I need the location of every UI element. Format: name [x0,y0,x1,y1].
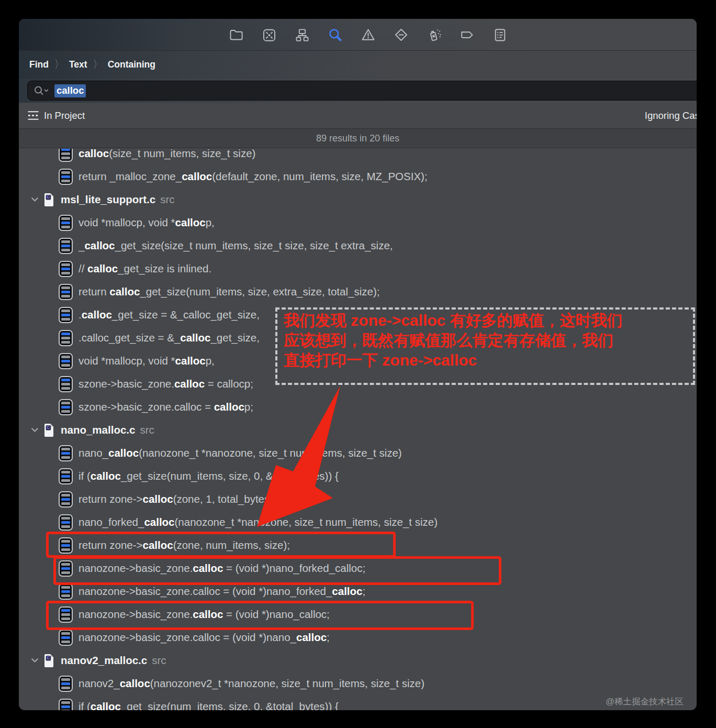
code-snippet-icon [59,307,73,323]
search-result-row[interactable]: return zone->calloc(zone, 1, total_bytes… [19,488,697,511]
search-result-row[interactable]: .calloc_get_size = &_calloc_get_size, [19,303,697,326]
navigator-tab-bar [19,19,697,51]
file-name: nanov2_malloc.c [61,654,147,667]
code-snippet-icon [59,215,73,231]
results-summary-bar: 89 results in 20 files [19,129,697,148]
code-snippet-icon [59,468,73,484]
breadcrumb-item-text[interactable]: Text [69,59,87,70]
search-result-row[interactable]: nanozone->basic_zone.calloc = (void *)na… [19,603,697,626]
code-snippet-icon [59,630,73,646]
code-snippet-icon [59,353,73,369]
xcode-find-navigator-window: Find〉Text〉Containing calloc In Project I… [19,19,697,710]
search-result-row[interactable]: if (calloc_get_size(num_items, size, 0, … [19,695,697,710]
breadcrumb-item-find[interactable]: Find [29,59,49,70]
result-line-text: nano_calloc(nanozone_t *nanozone, size_t… [79,447,402,459]
file-name: nano_malloc.c [61,424,135,436]
result-line-text: nanozone->basic_zone.calloc = (void *)na… [79,585,365,598]
file-directory: src [140,424,154,436]
result-line-text: nanozone->basic_zone.calloc = (void *)na… [79,631,330,644]
breakpoint-navigator-icon[interactable] [460,27,475,42]
search-result-row[interactable]: if (calloc_get_size(num_items, size, 0, … [19,465,697,488]
file-group-row[interactable]: Cnano_malloc.csrc [19,418,697,442]
c-file-icon: C [43,193,54,207]
search-result-row[interactable]: .calloc_get_size = &_calloc_get_size, [19,326,697,349]
code-snippet-icon [59,491,73,508]
result-line-text: return zone->calloc(zone, 1, total_bytes… [79,493,276,505]
file-group-row[interactable]: Cnanov2_malloc.csrc [19,649,697,672]
search-magnifier-icon[interactable] [33,85,50,96]
ignoring-case-option[interactable]: Ignoring Case [645,103,697,129]
scope-in-project[interactable]: In Project [44,110,85,122]
breadcrumb-separator: 〉 [54,57,63,72]
code-snippet-icon [59,676,73,692]
project-navigator-icon[interactable] [229,27,244,42]
code-snippet-icon [59,376,73,392]
file-group-row[interactable]: Cmsl_lite_support.csrc [19,188,697,211]
results-summary: 89 results in 20 files [316,133,399,144]
code-snippet-icon [59,399,73,415]
result-line-text: calloc(size_t num_items, size_t size) [79,149,255,160]
test-navigator-icon[interactable] [394,27,409,42]
scope-bar: In Project Ignoring Case [19,103,697,129]
result-line-text: nanozone->basic_zone.calloc = (void *)na… [79,562,365,575]
code-snippet-icon [59,699,73,711]
search-input[interactable]: calloc [27,81,697,101]
source-control-navigator-icon[interactable] [262,27,277,42]
code-snippet-icon [59,238,73,254]
result-line-text: return _malloc_zone_calloc(default_zone,… [79,170,428,183]
search-result-row[interactable]: calloc(size_t num_items, size_t size) [19,149,697,165]
result-line-text: nanov2_calloc(nanozonev2_t *nanozone, si… [79,677,424,690]
search-result-row[interactable]: void *mallocp, void *callocp, [19,349,697,372]
search-result-row[interactable]: void *mallocp, void *callocp, [19,211,697,234]
search-result-row[interactable]: nanozone->basic_zone.calloc = (void *)na… [19,557,697,580]
search-result-row[interactable]: nanov2_calloc(nanozonev2_t *nanozone, si… [19,672,697,695]
svg-text:C: C [47,194,50,200]
code-snippet-icon [59,537,73,554]
search-result-row[interactable]: return calloc_get_size(num_items, size, … [19,280,697,303]
file-directory: src [160,193,174,206]
code-snippet-icon [59,149,73,162]
search-result-row[interactable]: _calloc_get_size(size_t num_items, size_… [19,234,697,257]
breadcrumb-item-containing[interactable]: Containing [108,59,155,70]
chevron-down-icon[interactable] [31,427,39,433]
search-result-row[interactable]: nano_forked_calloc(nanozone_t *nanozone,… [19,511,697,534]
result-line-text: .calloc_get_size = &_calloc_get_size, [79,308,260,321]
search-query-text[interactable]: calloc [54,84,86,97]
code-snippet-icon [59,330,73,346]
breadcrumb-separator: 〉 [93,57,102,72]
c-file-icon: C [43,423,54,437]
find-navigator-icon[interactable] [328,27,343,42]
search-band: calloc [19,79,697,103]
symbol-navigator-icon[interactable] [295,27,310,42]
result-line-text: if (calloc_get_size(num_items, size, 0, … [79,470,339,482]
result-line-text: return zone->calloc(zone, num_items, siz… [79,539,290,551]
search-result-row[interactable]: nano_calloc(nanozone_t *nanozone, size_t… [19,442,697,465]
code-snippet-icon [59,606,73,623]
svg-text:C: C [47,655,50,660]
result-line-text: nanozone->basic_zone.calloc = (void *)na… [79,608,330,621]
file-name: msl_lite_support.c [61,193,155,206]
result-line-text: return calloc_get_size(num_items, size, … [79,285,379,298]
code-snippet-icon [59,284,73,300]
search-results-list[interactable]: calloc(size_t num_items, size_t size)ret… [19,149,697,710]
chevron-down-icon[interactable] [31,197,39,202]
breadcrumb: Find〉Text〉Containing [19,51,697,79]
debug-navigator-icon[interactable] [427,27,442,42]
result-line-text: szone->basic_zone.calloc = callocp; [79,401,253,413]
search-result-row[interactable]: return zone->calloc(zone, num_items, siz… [19,534,697,557]
result-line-text: void *mallocp, void *callocp, [79,355,215,367]
report-navigator-icon[interactable] [493,27,508,42]
issue-navigator-icon[interactable] [361,27,376,42]
svg-text:C: C [47,425,50,430]
file-directory: src [152,654,166,667]
search-result-row[interactable]: nanozone->basic_zone.calloc = (void *)na… [19,580,697,603]
search-result-row[interactable]: szone->basic_zone.calloc = callocp; [19,395,697,418]
result-line-text: _calloc_get_size(size_t num_items, size_… [79,239,393,252]
chevron-down-icon[interactable] [31,658,39,663]
search-result-row[interactable]: // calloc_get_size is inlined. [19,257,697,280]
code-snippet-icon [59,169,73,185]
search-result-row[interactable]: return _malloc_zone_calloc(default_zone,… [19,165,697,188]
search-result-row[interactable]: nanozone->basic_zone.calloc = (void *)na… [19,626,697,649]
c-file-icon: C [43,654,54,668]
search-result-row[interactable]: szone->basic_zone.calloc = callocp; [19,372,697,395]
